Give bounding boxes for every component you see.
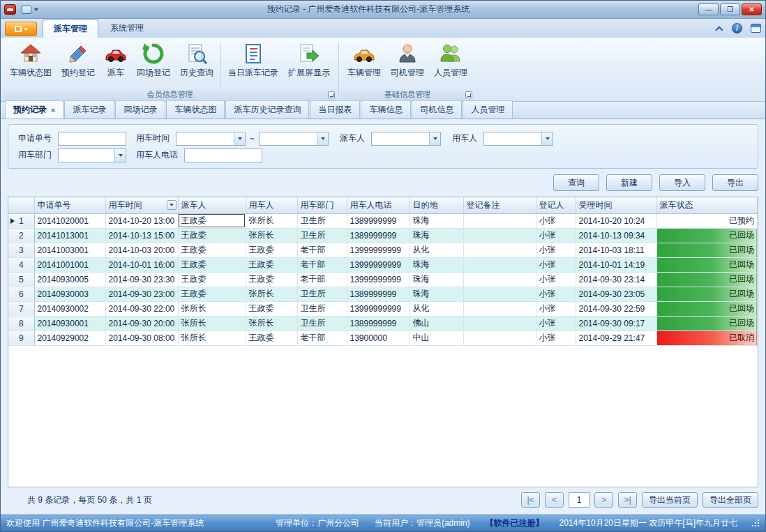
- row-indicator[interactable]: 1: [8, 213, 34, 228]
- grid-cell[interactable]: [463, 330, 536, 345]
- personnel-management-button[interactable]: 人员管理: [429, 40, 472, 89]
- grid-cell[interactable]: 王政委: [178, 213, 246, 228]
- query-button[interactable]: 查询: [553, 174, 599, 191]
- grid-cell[interactable]: 张所长: [178, 301, 246, 316]
- use-time-to-dropdown[interactable]: [259, 132, 329, 146]
- grid-cell[interactable]: 2014-09-30 22:00: [105, 301, 178, 316]
- close-button[interactable]: ✕: [742, 3, 762, 15]
- dropdown-button[interactable]: [429, 132, 440, 145]
- ribbon-tab-system-management[interactable]: 系统管理: [100, 20, 154, 38]
- grid-cell[interactable]: 珠海: [410, 228, 463, 243]
- grid-cell[interactable]: 13999999999: [347, 301, 410, 316]
- new-button[interactable]: 新建: [606, 174, 652, 191]
- col-registrant[interactable]: 登记人: [536, 197, 576, 213]
- grid-cell[interactable]: 20140930005: [34, 272, 105, 287]
- grid-cell[interactable]: [463, 316, 536, 330]
- row-indicator[interactable]: 6: [8, 287, 34, 301]
- grid-cell[interactable]: 13999999999: [347, 257, 410, 272]
- tab-driver-info[interactable]: 司机信息: [412, 100, 462, 119]
- grid-cell[interactable]: 2014-10-13 15:00: [105, 228, 178, 243]
- status-cell[interactable]: 已回场: [656, 243, 758, 257]
- status-cell[interactable]: 已回场: [656, 287, 758, 301]
- grid-cell[interactable]: 王政委: [246, 257, 297, 272]
- grid-cell[interactable]: 卫生所: [297, 301, 347, 316]
- grid-cell[interactable]: 2014-09-30 09:17: [576, 316, 656, 330]
- table-row[interactable]: 5201409300052014-09-30 23:30王政委王政委老干部139…: [8, 272, 758, 287]
- grid-cell[interactable]: 王政委: [178, 272, 246, 287]
- grid-cell[interactable]: 2014-09-30 23:30: [105, 272, 178, 287]
- col-request-no[interactable]: 申请单号: [34, 197, 105, 213]
- grid-cell[interactable]: 王政委: [178, 257, 246, 272]
- grid-cell[interactable]: 老干部: [297, 330, 347, 345]
- grid-cell[interactable]: 王政委: [246, 272, 297, 287]
- status-cell[interactable]: 已回场: [656, 316, 758, 330]
- user-phone-input[interactable]: [184, 149, 262, 162]
- page-number-input[interactable]: 1: [569, 492, 589, 508]
- grid-cell[interactable]: 王政委: [178, 228, 246, 243]
- grid-cell[interactable]: 张所长: [178, 316, 246, 330]
- grid-cell[interactable]: 2014-09-29 21:47: [576, 330, 656, 345]
- grid-cell[interactable]: 2014-10-03 20:00: [105, 243, 178, 257]
- table-row[interactable]: 3201410030012014-10-03 20:00王政委王政委老干部139…: [8, 243, 758, 257]
- department-dropdown[interactable]: [58, 149, 126, 162]
- grid-cell[interactable]: 2014-10-13 09:34: [576, 228, 656, 243]
- tab-vehicle-status-chart[interactable]: 车辆状态图: [166, 100, 225, 119]
- col-user-phone[interactable]: 用车人电话: [347, 197, 410, 213]
- license-status-link[interactable]: 【软件已注册】: [486, 517, 544, 529]
- quick-access-toolbar-icon[interactable]: [22, 6, 31, 14]
- dropdown-button[interactable]: [317, 132, 328, 145]
- return-register-button[interactable]: 回场登记: [132, 40, 175, 89]
- grid-cell[interactable]: 中山: [410, 330, 463, 345]
- driver-management-button[interactable]: 司机管理: [386, 40, 429, 89]
- export-current-page-button[interactable]: 导出当前页: [642, 492, 698, 508]
- dropdown-button[interactable]: [234, 132, 245, 145]
- grid-cell[interactable]: 王政委: [246, 330, 297, 345]
- grid-cell[interactable]: 2014-09-30 23:00: [105, 287, 178, 301]
- status-cell[interactable]: 已回场: [656, 228, 758, 243]
- row-indicator[interactable]: 9: [8, 330, 34, 345]
- dropdown-button[interactable]: [114, 149, 126, 162]
- status-cell[interactable]: 已回场: [656, 301, 758, 316]
- export-button[interactable]: 导出: [712, 174, 758, 191]
- export-all-pages-button[interactable]: 导出全部页: [703, 492, 758, 508]
- use-time-from-dropdown[interactable]: [176, 132, 246, 146]
- reservation-register-button[interactable]: 预约登记: [57, 40, 100, 89]
- dialog-launcher-icon[interactable]: [328, 91, 335, 98]
- grid-cell[interactable]: 从化: [410, 301, 463, 316]
- grid-cell[interactable]: [463, 287, 536, 301]
- tab-return-records[interactable]: 回场记录: [115, 100, 165, 119]
- grid-cell[interactable]: 王政委: [246, 243, 297, 257]
- dropdown-button[interactable]: [541, 132, 553, 145]
- grid-cell[interactable]: 1389999999: [347, 287, 410, 301]
- dispatch-button[interactable]: 派车: [100, 40, 132, 89]
- vehicle-management-button[interactable]: 车辆管理: [343, 40, 386, 89]
- grid-cell[interactable]: 13999999999: [347, 272, 410, 287]
- user-dropdown[interactable]: [483, 132, 553, 146]
- grid-cell[interactable]: 1389999999: [347, 228, 410, 243]
- grid-cell[interactable]: 珠海: [410, 213, 463, 228]
- grid-cell[interactable]: 小张: [536, 330, 576, 345]
- grid-cell[interactable]: 2014-10-20 10:24: [576, 213, 656, 228]
- grid-cell[interactable]: 从化: [410, 243, 463, 257]
- prev-page-button[interactable]: <: [545, 492, 564, 508]
- table-row[interactable]: 1201410200012014-10-20 13:00王政委张所长卫生所138…: [8, 213, 758, 228]
- grid-cell[interactable]: 卫生所: [297, 228, 347, 243]
- table-row[interactable]: 8201409300012014-09-30 20:00张所长张所长卫生所138…: [8, 316, 758, 330]
- grid-cell[interactable]: 佛山: [410, 316, 463, 330]
- dialog-launcher-icon[interactable]: [465, 91, 472, 98]
- tab-daily-report[interactable]: 当日报表: [310, 100, 360, 119]
- app-icon[interactable]: [4, 4, 16, 15]
- grid-cell[interactable]: 张所长: [246, 316, 297, 330]
- grid-cell[interactable]: 1389999999: [347, 213, 410, 228]
- maximize-button[interactable]: ❐: [720, 3, 740, 15]
- minimize-button[interactable]: —: [698, 3, 719, 15]
- grid-cell[interactable]: 2014-10-01 14:19: [576, 257, 656, 272]
- grid-cell[interactable]: 小张: [536, 316, 576, 330]
- grid-cell[interactable]: 2014-09-30 08:00: [105, 330, 178, 345]
- grid-cell[interactable]: 2014-10-20 13:00: [105, 213, 178, 228]
- grid-cell[interactable]: [463, 301, 536, 316]
- grid-cell[interactable]: 张所长: [246, 228, 297, 243]
- status-cell[interactable]: 已回场: [656, 257, 758, 272]
- vehicle-status-chart-button[interactable]: 车辆状态图: [5, 40, 57, 89]
- grid-cell[interactable]: 老干部: [297, 257, 347, 272]
